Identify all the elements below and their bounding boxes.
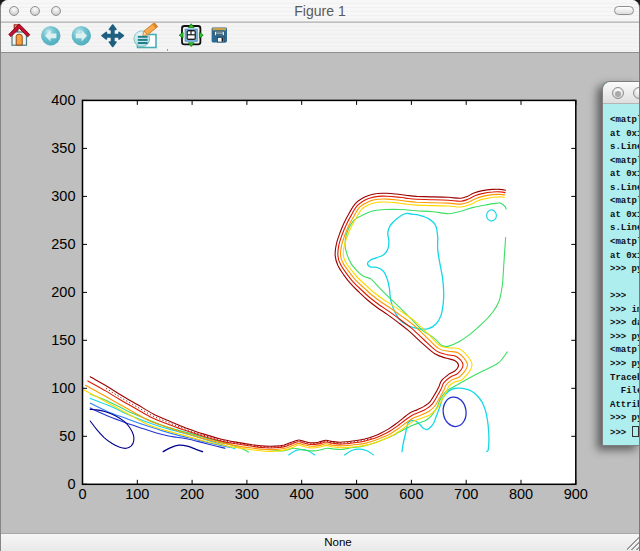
svg-text:200: 200 (51, 284, 75, 300)
svg-text:400: 400 (51, 92, 75, 108)
svg-text:400: 400 (290, 486, 314, 502)
svg-text:500: 500 (344, 486, 368, 502)
svg-text:200: 200 (180, 486, 204, 502)
svg-text:700: 700 (454, 486, 478, 502)
svg-text:150: 150 (51, 332, 75, 348)
svg-text:350: 350 (51, 140, 75, 156)
svg-text:0: 0 (67, 476, 75, 492)
svg-text:100: 100 (125, 486, 149, 502)
svg-text:250: 250 (51, 236, 75, 252)
svg-text:0: 0 (78, 486, 86, 502)
svg-text:800: 800 (509, 486, 533, 502)
svg-text:600: 600 (399, 486, 423, 502)
svg-text:900: 900 (564, 486, 588, 502)
svg-text:100: 100 (51, 380, 75, 396)
svg-text:50: 50 (59, 428, 75, 444)
svg-text:300: 300 (51, 188, 75, 204)
svg-text:300: 300 (235, 486, 259, 502)
